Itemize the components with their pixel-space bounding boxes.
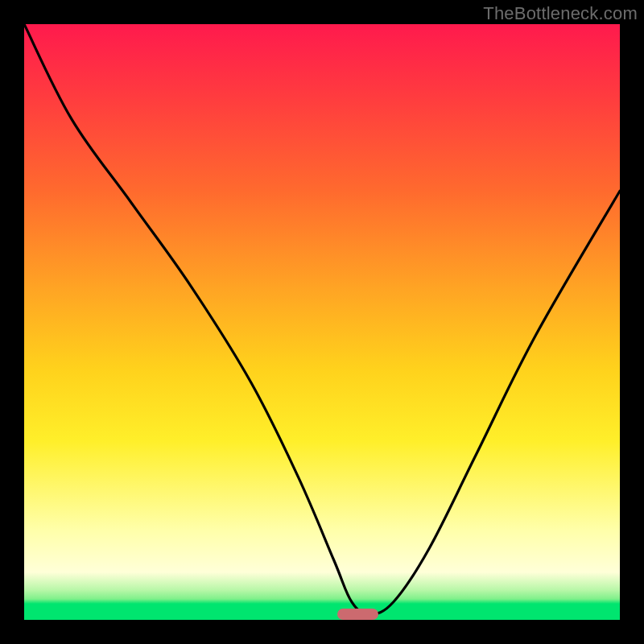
chart-frame	[24, 24, 620, 620]
optimal-range-marker	[337, 609, 379, 620]
bottleneck-curve	[24, 24, 620, 620]
watermark-text: TheBottleneck.com	[483, 3, 638, 24]
